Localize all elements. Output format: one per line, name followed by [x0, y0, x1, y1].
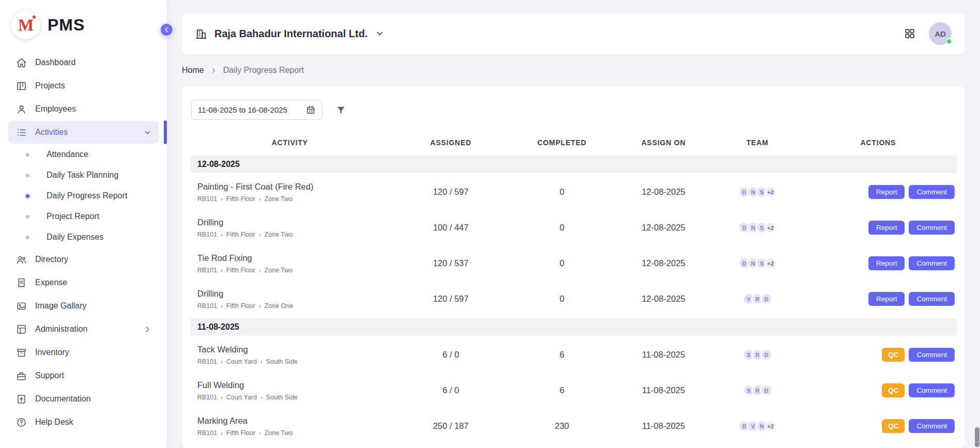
table-header-row: ACTIVITYASSIGNEDCOMPLETEDASSIGN ONTEAMAC… — [190, 131, 957, 154]
activity-location-path: RB101›Court Yard›South Side — [197, 358, 390, 365]
path-segment: Zone Two — [265, 195, 293, 203]
sidebar-subitem-daily-expenses[interactable]: Daily Expenses — [8, 227, 159, 248]
assign-on-cell: 12-08-2025 — [612, 223, 715, 233]
vertical-scrollbar[interactable] — [975, 0, 979, 448]
calendar-icon — [306, 105, 316, 115]
path-segment: Court Yard — [226, 358, 257, 365]
assigned-cell: 100 / 447 — [390, 223, 512, 233]
sidebar-item-help-desk[interactable]: Help Desk — [8, 411, 159, 434]
path-segment: Zone Two — [265, 429, 293, 437]
sidebar-item-projects[interactable]: Projects — [8, 74, 159, 97]
qc-button[interactable]: QC — [882, 383, 905, 397]
sidebar-item-image-gallary[interactable]: Image Gallary — [8, 295, 159, 317]
sidebar-item-label: Employees — [35, 104, 76, 114]
path-segment: RB101 — [197, 267, 217, 274]
table-row: Tie Rod FixingRB101›Fifth Floor›Zone Two… — [190, 245, 957, 281]
actions-cell: ReportComment — [800, 221, 957, 235]
completed-cell: 230 — [512, 421, 612, 431]
sidebar-item-inventory[interactable]: Inventory — [8, 341, 159, 364]
sidebar-item-dashboard[interactable]: Dashboard — [8, 51, 159, 74]
sidebar-item-directory[interactable]: Directory — [8, 248, 159, 271]
comment-button[interactable]: Comment — [909, 292, 955, 306]
sidebar: M PMS DashboardProjectsEmployeesActiviti… — [0, 0, 167, 448]
activity-title: Drilling — [197, 289, 390, 299]
sidebar-collapse-button[interactable] — [160, 23, 174, 37]
sidebar-subitem-attendance[interactable]: Attendance — [8, 144, 159, 165]
avatar-initials: AD — [935, 29, 946, 38]
sidebar-item-employees[interactable]: Employees — [8, 98, 159, 120]
report-button[interactable]: Report — [868, 185, 905, 199]
person-icon — [15, 103, 27, 115]
comment-button[interactable]: Comment — [909, 256, 955, 270]
online-status-dot — [946, 38, 952, 44]
assigned-cell: 120 / 597 — [390, 294, 512, 304]
path-segment: Zone One — [265, 302, 293, 310]
comment-button[interactable]: Comment — [909, 185, 955, 199]
report-button[interactable]: Report — [868, 292, 905, 306]
activity-location-path: RB101›Fifth Floor›Zone Two — [197, 195, 390, 203]
path-segment: South Side — [266, 358, 298, 365]
comment-button[interactable]: Comment — [909, 221, 955, 235]
path-segment: RB101 — [197, 394, 217, 401]
assign-on-cell: 12-08-2025 — [612, 258, 715, 268]
completed-cell: 6 — [512, 350, 612, 360]
chevron-right-icon: › — [259, 303, 261, 309]
path-segment: RB101 — [197, 302, 217, 310]
filter-icon[interactable] — [336, 105, 346, 115]
sidebar-item-administration[interactable]: Administration — [8, 318, 159, 341]
sidebar-item-activities[interactable]: Activities — [8, 121, 159, 144]
activity-location-path: RB101›Court Yard›South Side — [197, 394, 390, 401]
sidebar-item-support[interactable]: Support — [8, 364, 159, 387]
sidebar-item-label: Expense — [35, 278, 67, 287]
actions-cell: ReportComment — [800, 292, 957, 306]
column-header-actions: ACTIONS — [800, 138, 957, 147]
assign-on-cell: 11-08-2025 — [612, 385, 715, 395]
apps-grid-icon[interactable] — [904, 28, 915, 39]
chevron-left-icon — [163, 26, 170, 33]
assigned-cell: 6 / 0 — [390, 385, 512, 395]
table-row: Marking AreaRB101›Fifth Floor›Zone Two25… — [190, 408, 957, 444]
sidebar-nav: DashboardProjectsEmployeesActivitiesAtte… — [8, 51, 159, 434]
user-avatar[interactable]: AD — [929, 22, 952, 45]
progress-table: ACTIVITYASSIGNEDCOMPLETEDASSIGN ONTEAMAC… — [190, 131, 957, 448]
app-logo: M PMS — [8, 8, 159, 51]
assigned-cell: 6 / 0 — [390, 350, 512, 360]
column-header-team: TEAM — [715, 138, 800, 147]
scrollbar-thumb[interactable] — [975, 427, 979, 447]
team-member-avatar: D — [760, 349, 772, 361]
sidebar-subitem-project-report[interactable]: Project Report — [8, 206, 159, 227]
content-card: 11-08-2025 to 16-08-2025 ACTIVITYASSIGNE… — [182, 86, 965, 448]
report-button[interactable]: Report — [868, 256, 905, 270]
sidebar-subitem-daily-progress-report[interactable]: Daily Progress Report — [8, 186, 159, 206]
qc-button[interactable]: QC — [882, 419, 905, 433]
breadcrumb-home-link[interactable]: Home — [182, 66, 204, 75]
date-range-input[interactable]: 11-08-2025 to 16-08-2025 — [191, 100, 322, 120]
assigned-cell: 120 / 537 — [390, 258, 512, 268]
team-cell: SRD — [715, 384, 800, 396]
company-selector[interactable]: Raja Bahadur International Ltd. — [195, 28, 384, 40]
path-segment: Fifth Floor — [226, 302, 255, 310]
activity-title: Tack Welding — [197, 345, 390, 354]
expense-icon — [15, 277, 27, 288]
bullet-dot-icon — [26, 153, 29, 157]
comment-button[interactable]: Comment — [909, 419, 955, 433]
comment-button[interactable]: Comment — [909, 348, 955, 362]
sidebar-item-documentation[interactable]: Documentation — [8, 388, 159, 410]
bullet-dot-icon — [26, 215, 29, 219]
activity-title: Drilling — [197, 218, 390, 227]
sidebar-subitem-daily-task-planning[interactable]: Daily Task Planning — [8, 165, 159, 186]
activity-cell: DrillingRB101›Fifth Floor›Zone Two — [190, 218, 390, 238]
directory-icon — [15, 254, 27, 265]
team-overflow-badge: +2 — [765, 222, 776, 234]
building-icon — [195, 28, 207, 40]
qc-button[interactable]: QC — [882, 348, 905, 362]
sidebar-item-expense[interactable]: Expense — [8, 271, 159, 294]
comment-button[interactable]: Comment — [909, 383, 955, 397]
path-segment: RB101 — [197, 231, 217, 238]
gallery-icon — [15, 300, 27, 312]
table-row: Tack WeldingRB101›Court Yard›South Side6… — [190, 337, 957, 373]
activity-cell: Full WeldingRB101›Court Yard›South Side — [190, 380, 390, 401]
report-button[interactable]: Report — [868, 221, 905, 235]
activities-icon — [15, 127, 27, 138]
completed-cell: 0 — [512, 223, 612, 233]
